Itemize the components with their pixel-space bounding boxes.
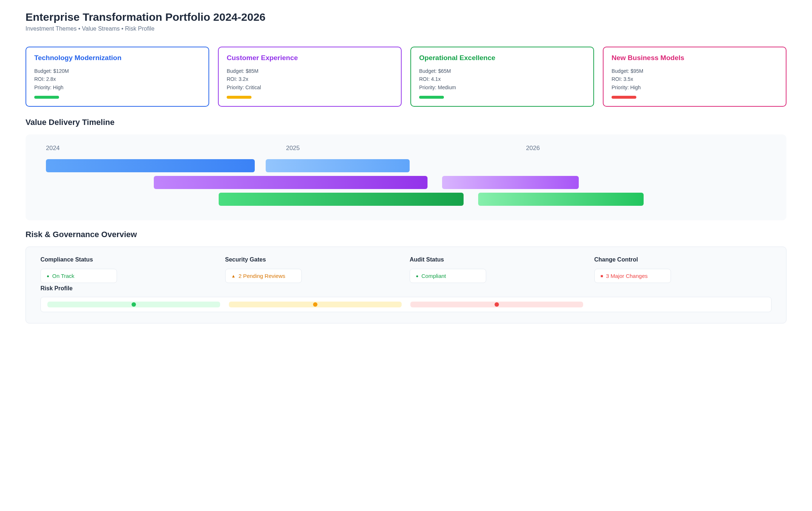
governance-column-security: Security Gates ▲ 2 Pending Reviews <box>225 256 403 283</box>
governance-column-compliance: Compliance Status ● On Track <box>40 256 218 283</box>
theme-roi: ROI: 3.5x <box>612 75 778 83</box>
timeline-year-label: 2025 <box>286 145 526 152</box>
timeline-bars <box>46 159 766 206</box>
alert-square-icon: ■ <box>601 274 603 279</box>
governance-column-change-control: Change Control ■ 3 Major Changes <box>594 256 772 283</box>
timeline-panel: 2024 2025 2026 <box>26 134 786 220</box>
theme-roi: ROI: 4.1x <box>419 75 585 83</box>
governance-column-title: Audit Status <box>410 256 587 263</box>
theme-card-meta: Budget: $85M ROI: 3.2x Priority: Critica… <box>227 67 393 91</box>
status-badge-label: 3 Major Changes <box>606 273 648 279</box>
theme-card-technology-modernization[interactable]: Technology Modernization Budget: $120M R… <box>26 47 209 107</box>
security-gates-badge[interactable]: ▲ 2 Pending Reviews <box>225 269 302 283</box>
warning-triangle-icon: ▲ <box>231 274 236 279</box>
timeline-year-axis: 2024 2025 2026 <box>46 145 766 152</box>
timeline-row <box>46 159 766 172</box>
risk-segment-medium[interactable] <box>229 302 402 307</box>
theme-card-title: New Business Models <box>612 54 778 62</box>
status-dot-icon: ● <box>47 274 49 279</box>
governance-section-title: Risk & Governance Overview <box>26 230 786 239</box>
theme-card-meta: Budget: $65M ROI: 4.1x Priority: Medium <box>419 67 585 91</box>
risk-profile-strip <box>40 297 772 312</box>
timeline-bar[interactable] <box>266 159 410 172</box>
theme-budget: Budget: $65M <box>419 67 585 75</box>
compliance-status-badge[interactable]: ● On Track <box>40 269 117 283</box>
theme-status-indicator <box>419 96 444 99</box>
theme-budget: Budget: $95M <box>612 67 778 75</box>
theme-status-indicator <box>612 96 636 99</box>
theme-card-meta: Budget: $120M ROI: 2.8x Priority: High <box>34 67 200 91</box>
governance-column-audit: Audit Status ● Compliant <box>410 256 587 283</box>
governance-column-title: Change Control <box>594 256 772 263</box>
theme-priority: Priority: Medium <box>419 83 585 91</box>
theme-card-new-business-models[interactable]: New Business Models Budget: $95M ROI: 3.… <box>603 47 786 107</box>
theme-card-operational-excellence[interactable]: Operational Excellence Budget: $65M ROI:… <box>410 47 594 107</box>
theme-roi: ROI: 3.2x <box>227 75 393 83</box>
risk-pip-icon <box>313 302 317 307</box>
timeline-section-title: Value Delivery Timeline <box>26 118 786 127</box>
timeline-bar[interactable] <box>478 193 644 206</box>
governance-grid: Compliance Status ● On Track Security Ga… <box>40 256 772 283</box>
theme-priority: Priority: Critical <box>227 83 393 91</box>
risk-segment-low[interactable] <box>47 302 220 307</box>
theme-card-title: Operational Excellence <box>419 54 585 62</box>
status-badge-label: Compliant <box>421 273 446 279</box>
audit-status-badge[interactable]: ● Compliant <box>410 269 486 283</box>
risk-pip-icon <box>495 302 499 307</box>
governance-column-title: Security Gates <box>225 256 403 263</box>
risk-pip-icon <box>132 302 136 307</box>
timeline-row <box>46 176 766 189</box>
governance-column-title: Compliance Status <box>40 256 218 263</box>
change-control-badge[interactable]: ■ 3 Major Changes <box>594 269 671 283</box>
theme-status-indicator <box>227 96 251 99</box>
theme-budget: Budget: $120M <box>34 67 200 75</box>
theme-card-meta: Budget: $95M ROI: 3.5x Priority: High <box>612 67 778 91</box>
theme-card-title: Technology Modernization <box>34 54 200 62</box>
timeline-year-label: 2024 <box>46 145 286 152</box>
theme-roi: ROI: 2.8x <box>34 75 200 83</box>
theme-card-title: Customer Experience <box>227 54 393 62</box>
governance-panel: Compliance Status ● On Track Security Ga… <box>26 247 786 323</box>
status-badge-label: On Track <box>52 273 74 279</box>
theme-budget: Budget: $85M <box>227 67 393 75</box>
theme-card-customer-experience[interactable]: Customer Experience Budget: $85M ROI: 3.… <box>218 47 402 107</box>
page-title: Enterprise Transformation Portfolio 2024… <box>26 11 786 23</box>
risk-segment-high[interactable] <box>410 302 583 307</box>
status-dot-icon: ● <box>416 274 418 279</box>
page-subtitle: Investment Themes • Value Streams • Risk… <box>26 25 786 32</box>
theme-priority: Priority: High <box>34 83 200 91</box>
timeline-bar[interactable] <box>46 159 255 172</box>
status-badge-label: 2 Pending Reviews <box>238 273 285 279</box>
theme-status-indicator <box>34 96 59 99</box>
timeline-bar[interactable] <box>154 176 428 189</box>
risk-segment-empty <box>592 302 765 307</box>
theme-priority: Priority: High <box>612 83 778 91</box>
timeline-row <box>46 193 766 206</box>
risk-profile-title: Risk Profile <box>40 285 772 292</box>
timeline-bar[interactable] <box>442 176 579 189</box>
theme-cards-row: Technology Modernization Budget: $120M R… <box>26 47 786 107</box>
timeline-year-label: 2026 <box>526 145 766 152</box>
timeline-bar[interactable] <box>219 193 464 206</box>
